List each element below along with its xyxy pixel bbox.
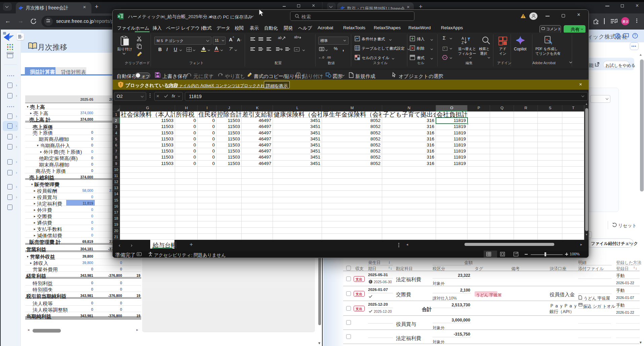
- svg-text:Z: Z: [461, 41, 464, 45]
- svg-text:A: A: [461, 36, 464, 40]
- svg-text:?: ?: [634, 34, 636, 38]
- svg-text:X: X: [118, 14, 120, 18]
